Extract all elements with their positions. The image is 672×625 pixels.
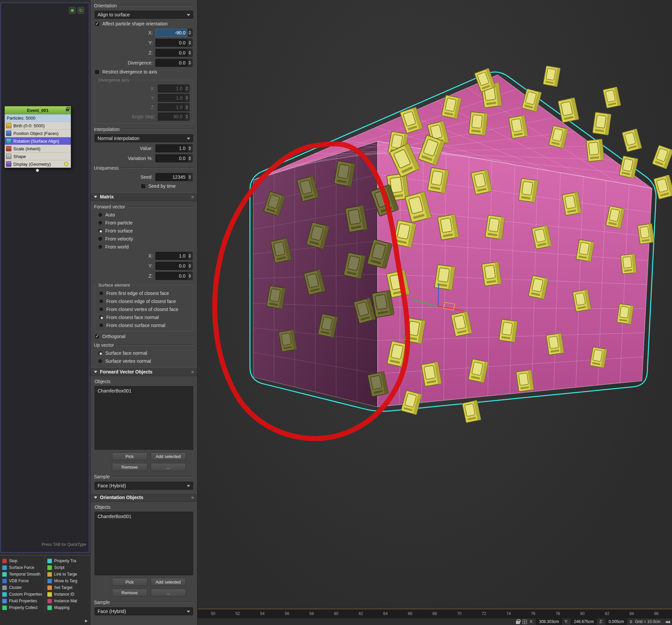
depot-item-set-target[interactable]: Set Target	[45, 584, 90, 591]
depot-item-temporal-smooth[interactable]: Temporal Smooth	[0, 571, 45, 578]
radio-first-edge[interactable]: From first edge of closest face	[99, 290, 190, 296]
oo-add-selected-button[interactable]: Add selected	[151, 578, 186, 586]
matrix-z-spinner[interactable]	[188, 272, 192, 280]
depot-item-cluster[interactable]: Cluster	[0, 584, 45, 591]
display-color-swatch[interactable]	[64, 162, 68, 166]
operator-row-display[interactable]: Display (Geometry)	[5, 160, 71, 168]
matrix-z-field[interactable]: 0.0	[155, 272, 188, 280]
operator-row-scale[interactable]: Scale (Inherit)	[5, 145, 71, 152]
operator-row-shape[interactable]: Shape	[5, 152, 71, 160]
orientation-y-spinner[interactable]	[188, 39, 192, 47]
matrix-y-field[interactable]: 0.0	[155, 262, 188, 270]
radio-from-world[interactable]: From world	[98, 244, 193, 250]
axis-x-field[interactable]: 1.0	[158, 84, 185, 93]
axis-z-field[interactable]: 1.0	[158, 103, 185, 111]
status-y-field[interactable]: 246.675cm	[571, 619, 597, 625]
orientation-x-spinner[interactable]	[188, 29, 192, 37]
status-z-field[interactable]: 0.005cm	[605, 619, 627, 625]
depot-item-mapping[interactable]: Mapping	[45, 604, 90, 611]
operator-row-position-object[interactable]: Position Object (Faces)	[5, 129, 71, 137]
selection-lock-icon[interactable]	[516, 621, 520, 624]
fvo-remove-button[interactable]: Remove	[112, 463, 147, 471]
depot-item-custom-properties[interactable]: Custom Properties	[0, 591, 45, 598]
radio-auto[interactable]: Auto	[98, 212, 193, 218]
orientation-z-spinner[interactable]	[188, 49, 192, 57]
depot-item-surface-force[interactable]: Surface Force	[0, 564, 45, 571]
orientation-objects-rollout-header[interactable]: Orientation Objects ≡	[91, 493, 197, 502]
axis-y-spinner[interactable]	[185, 94, 190, 102]
event-node[interactable]: Event_001 Particles: 5000 Birth (0-0: 50…	[4, 106, 71, 168]
oo-pick-button[interactable]: Pick	[112, 578, 147, 586]
list-item[interactable]: ChamferBox001	[98, 514, 190, 519]
track-bar[interactable]: 50 52 54 56 58 60 62 64 66 68 70 72 74 7…	[197, 609, 672, 618]
depot-item-property-collect[interactable]: Property Collect	[0, 604, 45, 611]
oo-remove-button[interactable]: Remove	[112, 589, 147, 597]
depot-item-instance-material[interactable]: Instance Mat	[45, 598, 90, 604]
list-item[interactable]: ChamferBox001	[98, 388, 190, 394]
grid-spinner[interactable]	[629, 620, 632, 623]
matrix-rollout-header[interactable]: Matrix ≡	[91, 193, 197, 201]
matrix-x-field[interactable]: 1.0	[155, 252, 188, 260]
fvo-sample-dropdown[interactable]: Face (Hybrid)	[95, 482, 193, 490]
oo-objects-list[interactable]: ChamferBox001	[95, 512, 193, 575]
orientation-x-field[interactable]: -90.0	[155, 29, 188, 37]
seed-spinner[interactable]	[188, 173, 192, 181]
particle-emission-toggle-icon[interactable]	[69, 7, 75, 14]
axis-x-spinner[interactable]	[185, 84, 190, 93]
particle-update-icon[interactable]: ↻	[77, 7, 84, 14]
fvo-more-button[interactable]: ...	[151, 463, 186, 471]
radio-surface-face-normal[interactable]: Surface face normal	[98, 350, 193, 356]
interp-value-spinner[interactable]	[188, 144, 192, 152]
divergence-spinner[interactable]	[188, 59, 192, 67]
restrict-divergence-checkbox[interactable]: Restrict divergence to axis	[95, 69, 193, 75]
angle-step-spinner[interactable]	[185, 112, 190, 121]
depot-item-instance-id[interactable]: Instance ID	[45, 591, 90, 598]
3d-viewport[interactable]: 50 52 54 56 58 60 62 64 66 68 70 72 74 7…	[197, 0, 672, 625]
fvo-pick-button[interactable]: Pick	[112, 452, 147, 460]
expand-arrow-icon[interactable]: ▸	[85, 618, 88, 624]
depot-item-link-to-target[interactable]: Link to Targe	[45, 571, 90, 578]
radio-surface-vertex-normal[interactable]: Surface vertex normal	[98, 358, 193, 364]
radio-closest-surface-normal[interactable]: From closest surface normal	[99, 322, 190, 328]
depot-item-fluid-properties[interactable]: Fluid Properties	[0, 598, 45, 604]
interp-variation-field[interactable]: 0.0	[155, 154, 188, 162]
affect-shape-orientation-checkbox[interactable]: Affect particle shape orientation	[95, 21, 193, 27]
event-node-title[interactable]: Event_001	[5, 106, 71, 114]
fvo-add-selected-button[interactable]: Add selected	[151, 452, 186, 460]
snap-grid-icon[interactable]	[523, 620, 527, 624]
depot-item-vdb-force[interactable]: VDB Force	[0, 578, 45, 584]
radio-closest-face-normal[interactable]: From closest face normal	[99, 314, 190, 320]
particles-count-row[interactable]: Particles: 5000	[5, 114, 71, 122]
particle-view-canvas[interactable]: ↻ Event_001 Particles: 5000 Birth (0-0: …	[1, 3, 89, 552]
status-x-field[interactable]: 308.303cm	[536, 619, 562, 625]
seed-by-time-checkbox[interactable]: Seed by time	[141, 183, 193, 189]
axis-z-spinner[interactable]	[185, 103, 190, 111]
oo-more-button[interactable]: ...	[151, 589, 186, 597]
depot-item-stop[interactable]: Stop	[0, 557, 45, 564]
depot-item-script[interactable]: Script	[45, 564, 90, 571]
matrix-y-spinner[interactable]	[188, 262, 192, 270]
forward-vector-objects-rollout-header[interactable]: Forward Vector Objects ≡	[91, 368, 197, 376]
depot-item-property-transfer[interactable]: Property Tra	[45, 557, 90, 564]
orientation-dropdown[interactable]: Align to surface	[95, 11, 193, 19]
fvo-objects-list[interactable]: ChamferBox001	[95, 386, 193, 450]
orthogonal-checkbox[interactable]: Orthogonal	[95, 333, 193, 340]
oo-sample-dropdown[interactable]: Face (Hybrid)	[95, 607, 193, 615]
radio-from-particle[interactable]: From particle	[98, 220, 193, 226]
divergence-field[interactable]: 0.0	[155, 59, 188, 67]
event-output-connector[interactable]	[36, 169, 39, 172]
orientation-z-field[interactable]: 0.0	[155, 49, 188, 57]
interpolation-dropdown[interactable]: Normal interpolation	[95, 134, 193, 142]
matrix-x-spinner[interactable]	[188, 252, 192, 260]
radio-from-surface[interactable]: From surface	[98, 228, 193, 234]
angle-step-field[interactable]: 90.0	[158, 112, 185, 121]
radio-closest-vertex[interactable]: From closest vertex of closest face	[99, 306, 190, 312]
interp-variation-spinner[interactable]	[188, 154, 192, 162]
depot-item-move-to-target[interactable]: Move to Targ	[45, 578, 90, 584]
operator-row-rotation[interactable]: Rotation (Surface Align)	[5, 137, 71, 145]
radio-closest-edge[interactable]: From closest edge of closest face	[99, 298, 190, 304]
seed-field[interactable]: 12345	[155, 173, 188, 181]
radio-from-velocity[interactable]: From velocity	[98, 236, 193, 242]
transport-controls-icon[interactable]: ◀◀	[665, 620, 669, 624]
interp-value-field[interactable]: 1.0	[155, 144, 188, 152]
